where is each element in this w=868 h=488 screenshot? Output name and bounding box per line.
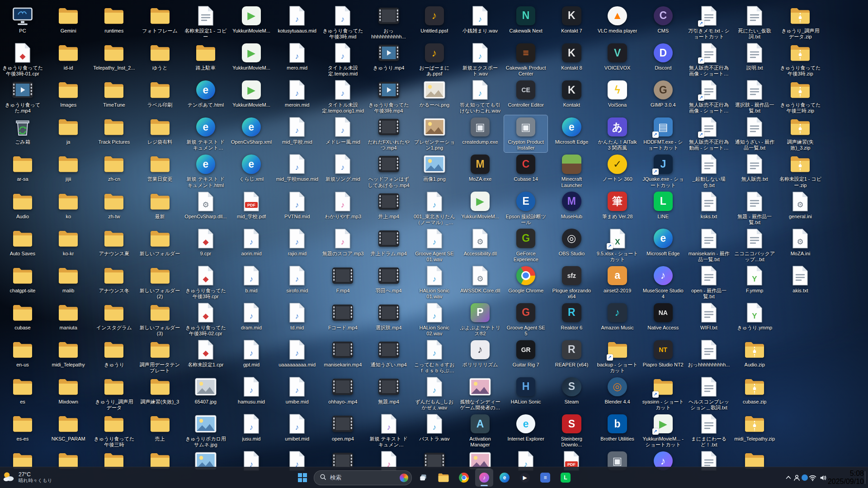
desktop-item[interactable]: NKSC_PARAM: [47, 412, 90, 443]
taskbar-app-microsoft-edge[interactable]: e: [495, 469, 514, 487]
desktop-item[interactable]: ✓ノートン 360: [596, 152, 639, 183]
desktop-item[interactable]: ◆きゅうり食ってた午後3時-01.cpr: [1, 41, 44, 78]
desktop-item[interactable]: 最新: [138, 190, 182, 221]
desktop-item[interactable]: Telepathy_Inst_2...: [92, 41, 136, 72]
desktop-item[interactable]: ja: [47, 115, 90, 146]
desktop-item[interactable]: eテンポあて.html: [184, 78, 227, 109]
desktop-item[interactable]: 死にたい_仮歌詞.txt: [733, 4, 776, 41]
desktop-item[interactable]: Fコード.mp4: [321, 301, 364, 332]
desktop-item[interactable]: Audio: [1, 190, 44, 221]
desktop-item[interactable]: 通知うざい.mp4: [367, 338, 410, 369]
desktop-item[interactable]: おっhhhhhhhhhh...: [687, 338, 731, 369]
taskbar-app-file-explorer[interactable]: [434, 469, 453, 487]
show-desktop-button[interactable]: [865, 471, 868, 484]
taskbar-app-notepad[interactable]: ≡: [536, 469, 554, 487]
desktop-item[interactable]: 売上: [138, 412, 182, 443]
desktop-item[interactable]: Mixdown: [47, 375, 90, 406]
desktop-item[interactable]: MMuseHub: [550, 190, 593, 221]
desktop-item[interactable]: ♪ポリリリリズム: [458, 338, 502, 369]
desktop-item[interactable]: ♪kotusytuaaus.mid: [275, 4, 319, 35]
desktop-item[interactable]: ゆうと: [138, 41, 182, 72]
desktop-item[interactable]: open - 親作品一覧.txt: [687, 264, 731, 300]
desktop-item[interactable]: RREAPER (x64): [550, 338, 593, 369]
tray-chevron-button[interactable]: [785, 469, 792, 486]
desktop-item[interactable]: ニコニコバックアップ...txt: [733, 227, 776, 263]
desktop-item[interactable]: akis.txt: [778, 264, 822, 295]
desktop-item[interactable]: 選択肢 - 親作品一覧.txt: [733, 78, 776, 115]
desktop-item[interactable]: ⚙Accessibility.dll: [458, 227, 502, 258]
desktop-item[interactable]: ⚙OpenCvSharp.dll...: [184, 190, 227, 221]
desktop-item[interactable]: ♪aorin.mid: [230, 227, 273, 258]
desktop-item[interactable]: zh-cn: [92, 152, 136, 183]
desktop-item[interactable]: open.mp4: [321, 412, 364, 443]
desktop-item[interactable]: 名称未設定1 - コピー: [184, 4, 227, 41]
desktop-item[interactable]: GGIMP 3.0.4: [642, 78, 685, 109]
desktop-item[interactable]: Track Pictures: [92, 115, 136, 146]
desktop-item[interactable]: プレゼンテーション1.png: [413, 115, 456, 152]
desktop-item[interactable]: きゅうり_調声用データ.zip: [778, 4, 822, 41]
desktop-item[interactable]: manisekarin - 親作品一覧.txt: [687, 227, 731, 263]
desktop-item[interactable]: PC: [1, 4, 44, 35]
desktop-item[interactable]: ♪mid_学校muse.mid: [275, 152, 319, 183]
desktop-item[interactable]: PDFmid_学校.pdf: [230, 190, 273, 221]
desktop-item[interactable]: runtimes: [92, 4, 136, 35]
desktop-item[interactable]: Audio.zip: [733, 338, 776, 369]
desktop-item[interactable]: Minecraft Launcher: [550, 152, 593, 189]
desktop-item[interactable]: インスタグラム: [92, 301, 136, 332]
desktop-item[interactable]: 無題 - 親作品一覧.txt: [733, 190, 776, 226]
desktop-item[interactable]: J↗JQuake.exe - ショートカット: [642, 152, 685, 189]
desktop-item[interactable]: ♪dram.mid: [230, 301, 273, 332]
taskbar-clock[interactable]: 5:08 2025/09/10: [828, 469, 864, 486]
desktop-item[interactable]: 調声練習(失敗)_3.zip: [778, 115, 822, 152]
desktop-item[interactable]: きゅうり_調声用データ: [92, 375, 136, 412]
taskbar-app-google-chrome[interactable]: [455, 469, 473, 487]
desktop-item[interactable]: ♪答え知ってても引けないわこれ.wav: [458, 78, 502, 115]
desktop-item[interactable]: ♪Groove Agent SE 01.wav: [413, 227, 456, 263]
desktop-item[interactable]: 選択肢.mp4: [367, 301, 410, 332]
desktop-item[interactable]: e新規 テキスト ドキュメント (2).html: [184, 115, 227, 152]
desktop-item[interactable]: あかんたん！AITalk 3 関西風: [596, 115, 639, 152]
desktop-item[interactable]: ▲VLC media player: [596, 4, 639, 35]
desktop-item[interactable]: ohhayo-.mp4: [321, 375, 364, 406]
desktop-item[interactable]: Gemini: [47, 4, 90, 35]
desktop-item[interactable]: midi_Telepathy.zip: [733, 412, 776, 443]
desktop-item[interactable]: GRGuitar Rig 7: [504, 338, 547, 369]
desktop-item[interactable]: ↗syasinn - ショートカット: [642, 375, 685, 412]
desktop-item[interactable]: jijii: [47, 152, 90, 183]
desktop-item[interactable]: 調声用データテンプレート: [138, 338, 182, 375]
desktop-item[interactable]: F.mp4: [321, 264, 364, 295]
desktop-item[interactable]: きゅうり食ってた午後3時.zip: [778, 41, 822, 78]
desktop-item[interactable]: アナウンス冬: [92, 264, 136, 295]
desktop-item[interactable]: ⚙MoZA.ini: [778, 227, 822, 258]
desktop-item[interactable]: VVOICEVOX: [596, 41, 639, 72]
desktop-item[interactable]: Google Chrome: [504, 264, 547, 295]
desktop-item[interactable]: 新しいフォルダー: [138, 227, 182, 258]
desktop-item[interactable]: 調声練習(失敗)_3: [138, 375, 182, 406]
desktop-item[interactable]: ksks.txt: [687, 190, 731, 221]
desktop-item[interactable]: ♪b.mid: [230, 264, 273, 295]
desktop-item[interactable]: ◎OBS Studio: [550, 227, 593, 258]
desktop-item[interactable]: 井上ドラム.mp4: [367, 227, 410, 258]
desktop-item[interactable]: malib: [47, 264, 90, 295]
desktop-item[interactable]: 新しいフォルダー (3): [138, 301, 182, 338]
desktop-item[interactable]: ↗backup - ショートカット: [596, 338, 639, 375]
desktop-item[interactable]: ◆きゅうり食ってた午後3時-02.cpr: [184, 301, 227, 338]
desktop-item[interactable]: NANative Access: [642, 301, 685, 332]
desktop-item[interactable]: ♪td.mid: [275, 301, 319, 332]
desktop-item[interactable]: 孤独なインディーゲーム開発者の一生...: [458, 375, 502, 412]
desktop-item[interactable]: フォトフレーム: [138, 4, 182, 35]
desktop-item[interactable]: ▶↗YukkuriMovieM... - ショートカット: [642, 412, 685, 449]
desktop-item[interactable]: _起動しない場合.txt: [687, 152, 731, 189]
desktop-item[interactable]: ♪PVTNd.mid: [275, 190, 319, 221]
desktop-item[interactable]: CEController Editor: [504, 78, 547, 109]
desktop-item[interactable]: ♪こってむｈｄすおｆｄｓｂらぶぁ.wav: [413, 338, 456, 375]
desktop-item[interactable]: ♪Amazon Music: [596, 301, 639, 332]
desktop-item[interactable]: id-id: [47, 41, 90, 72]
desktop-item[interactable]: 新しいフォルダー (2): [138, 264, 182, 300]
desktop-item[interactable]: きゅうり食ってた午後三時.zip: [778, 78, 822, 115]
desktop-item[interactable]: manisekarin.mp4: [321, 338, 364, 369]
desktop-item[interactable]: maniuta: [47, 301, 90, 332]
desktop-item[interactable]: MMoZA.exe: [458, 152, 502, 183]
desktop-item[interactable]: 65407.jpg: [184, 375, 227, 406]
taskbar-app-video-player[interactable]: ▶: [516, 469, 534, 487]
